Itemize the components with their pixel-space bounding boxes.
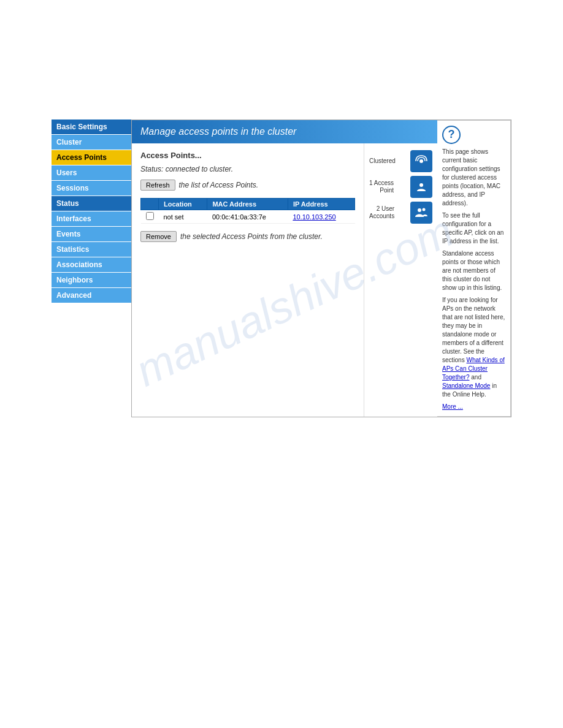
status-text: Status: connected to cluster. xyxy=(140,165,355,173)
status-icons-column: Clustered 1 Access xyxy=(364,143,437,417)
help-panel: ? This page shows current basic configur… xyxy=(437,120,511,417)
remove-label: the selected Access Points from the clus… xyxy=(180,232,323,241)
users-label: 2 UserAccounts xyxy=(369,205,394,220)
row-location: not set xyxy=(159,210,207,224)
sidebar-item-users[interactable]: Users xyxy=(52,165,131,181)
svg-point-0 xyxy=(419,159,423,163)
sidebar-item-cluster[interactable]: Cluster xyxy=(52,135,131,150)
help-text-1: This page shows current basic configurat… xyxy=(442,148,505,208)
sidebar-item-status[interactable]: Status xyxy=(52,196,131,211)
help-text-2: To see the full configuration for a spec… xyxy=(442,211,505,246)
sidebar-item-interfaces[interactable]: Interfaces xyxy=(52,211,131,227)
row-mac: 00:0c:41:0a:33:7e xyxy=(207,210,288,224)
sidebar: Basic Settings Cluster Access Points Use… xyxy=(52,119,131,417)
sidebar-item-access-points[interactable]: Access Points xyxy=(52,150,131,165)
ap-table: Location MAC Address IP Address xyxy=(140,198,355,224)
cluster-together-link[interactable]: What Kinds of APs Can Cluster Together? xyxy=(442,357,505,381)
col-checkbox xyxy=(141,199,159,210)
clustered-label: Clustered xyxy=(369,157,396,165)
refresh-row: Refresh the list of Access Points. xyxy=(140,180,355,191)
row-ip[interactable]: 10.10.103.250 xyxy=(288,210,354,224)
help-icon: ? xyxy=(442,126,461,144)
svg-point-2 xyxy=(418,208,421,212)
sidebar-item-associations[interactable]: Associations xyxy=(52,257,131,273)
page-header: Manage access points in the cluster xyxy=(132,120,437,143)
row-checkbox[interactable] xyxy=(146,212,154,220)
col-mac: MAC Address xyxy=(207,199,288,210)
remove-row: Remove the selected Access Points from t… xyxy=(140,231,355,242)
sidebar-item-events[interactable]: Events xyxy=(52,227,131,242)
col-location: Location xyxy=(159,199,207,210)
section-title: Access Points... xyxy=(140,151,355,160)
main-body: Access Points... Status: connected to cl… xyxy=(132,143,364,417)
ap-label: 1 AccessPoint xyxy=(369,180,394,194)
more-link[interactable]: More ... xyxy=(442,403,463,410)
page-title: Manage access points in the cluster xyxy=(140,126,429,137)
users-icon xyxy=(410,202,432,224)
sidebar-item-sessions[interactable]: Sessions xyxy=(52,181,131,196)
ap-icon xyxy=(410,176,432,198)
svg-point-1 xyxy=(419,183,423,187)
standalone-mode-link[interactable]: Standalone Mode xyxy=(442,382,490,389)
sidebar-item-neighbors[interactable]: Neighbors xyxy=(52,273,131,288)
row-checkbox-cell[interactable] xyxy=(141,210,159,224)
sidebar-item-statistics[interactable]: Statistics xyxy=(52,242,131,257)
help-header: ? xyxy=(442,126,505,144)
help-text-3: Standalone access points or those which … xyxy=(442,249,505,292)
status-clustered[interactable]: Clustered xyxy=(369,148,432,174)
svg-point-3 xyxy=(423,208,426,211)
help-text-4: If you are looking for APs on the networ… xyxy=(442,296,505,399)
status-access-point[interactable]: 1 AccessPoint xyxy=(369,174,432,200)
sidebar-item-advanced[interactable]: Advanced xyxy=(52,288,131,303)
table-row: not set 00:0c:41:0a:33:7e 10.10.103.250 xyxy=(141,210,355,224)
refresh-label: the list of Access Points. xyxy=(179,181,259,189)
refresh-button[interactable]: Refresh xyxy=(140,180,175,191)
status-user-accounts[interactable]: 2 UserAccounts xyxy=(369,200,432,226)
clustered-icon xyxy=(410,150,432,172)
col-ip: IP Address xyxy=(288,199,354,210)
remove-button[interactable]: Remove xyxy=(140,231,177,242)
sidebar-item-basic-settings[interactable]: Basic Settings xyxy=(52,119,131,135)
